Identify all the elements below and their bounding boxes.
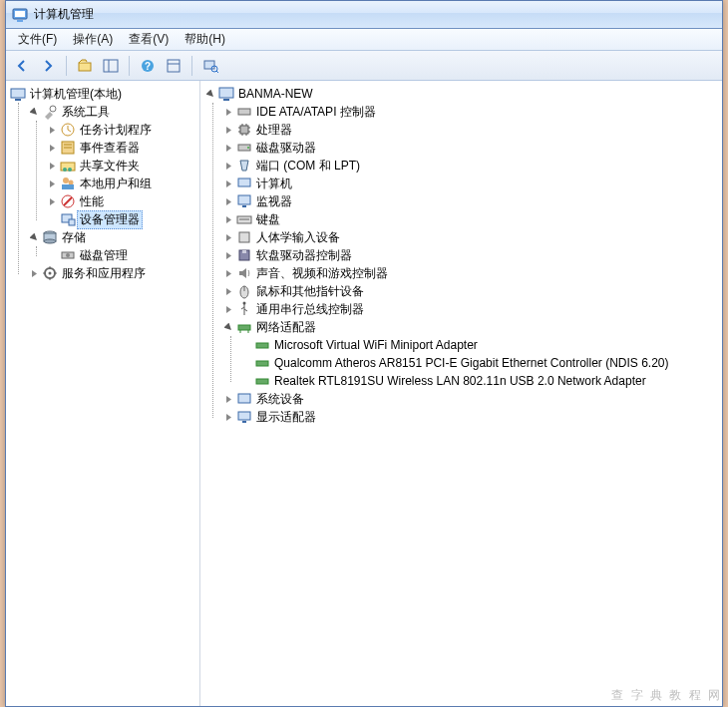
adapter-item[interactable]: Qualcomm Atheros AR8151 PCI-E Gigabit Et… xyxy=(240,354,722,372)
expand-icon[interactable] xyxy=(222,160,234,172)
device-manager-icon xyxy=(60,211,76,227)
svg-rect-2 xyxy=(17,20,23,22)
tree-device-manager[interactable]: 设备管理器 xyxy=(46,210,199,228)
expand-icon[interactable] xyxy=(46,142,58,154)
expand-icon[interactable] xyxy=(222,213,234,225)
tree-performance[interactable]: 性能 xyxy=(46,192,199,210)
tree-label: 端口 (COM 和 LPT) xyxy=(256,158,360,175)
expand-icon[interactable] xyxy=(46,160,58,172)
tree-storage[interactable]: 存储 xyxy=(28,228,199,246)
expand-icon[interactable] xyxy=(222,195,234,207)
svg-rect-62 xyxy=(242,421,246,423)
collapse-icon[interactable] xyxy=(28,106,40,118)
expand-icon[interactable] xyxy=(46,124,58,136)
nic-icon xyxy=(254,355,270,371)
cat-hid[interactable]: 人体学输入设备 xyxy=(222,228,722,246)
svg-point-21 xyxy=(63,168,67,172)
cat-ide[interactable]: IDE ATA/ATAPI 控制器 xyxy=(222,103,722,121)
clock-icon xyxy=(60,122,76,138)
cat-computer[interactable]: 计算机 xyxy=(222,175,722,192)
menu-view[interactable]: 查看(V) xyxy=(121,29,177,50)
svg-rect-38 xyxy=(223,99,229,101)
back-button[interactable] xyxy=(10,54,34,78)
svg-point-22 xyxy=(68,168,72,172)
collapse-icon[interactable] xyxy=(28,231,40,243)
collapse-icon[interactable] xyxy=(222,321,234,333)
device-root[interactable]: BANMA-NEW xyxy=(204,85,722,103)
menu-help[interactable]: 帮助(H) xyxy=(177,29,233,50)
expand-icon[interactable] xyxy=(222,249,234,261)
expand-icon[interactable] xyxy=(222,393,234,405)
expand-icon[interactable] xyxy=(46,177,58,189)
expand-icon[interactable] xyxy=(222,285,234,297)
expand-icon[interactable] xyxy=(222,267,234,279)
svg-rect-37 xyxy=(219,88,233,98)
cat-keyboard[interactable]: 键盘 xyxy=(222,210,722,228)
services-icon xyxy=(42,265,58,281)
nic-icon xyxy=(254,373,270,389)
cat-disk[interactable]: 磁盘驱动器 xyxy=(222,139,722,157)
titlebar[interactable]: 计算机管理 xyxy=(6,1,722,29)
expand-icon[interactable] xyxy=(222,231,234,243)
blank-twisty xyxy=(240,375,252,387)
tree-root-local[interactable]: 计算机管理(本地) xyxy=(10,85,199,103)
cat-ports[interactable]: 端口 (COM 和 LPT) xyxy=(222,157,722,175)
expand-icon[interactable] xyxy=(28,267,40,279)
svg-point-32 xyxy=(44,239,56,243)
cat-network[interactable]: 网络适配器 xyxy=(222,318,722,336)
collapse-icon[interactable] xyxy=(204,88,216,100)
tree-disk-mgmt[interactable]: 磁盘管理 xyxy=(46,246,199,264)
tree-label: IDE ATA/ATAPI 控制器 xyxy=(256,104,376,121)
svg-rect-13 xyxy=(11,89,25,98)
cat-usb[interactable]: 通用串行总线控制器 xyxy=(222,300,722,318)
cat-sound[interactable]: 声音、视频和游戏控制器 xyxy=(222,264,722,282)
left-pane[interactable]: 计算机管理(本地) 系统工具 任务计划程序 事件查看器 xyxy=(6,81,200,706)
tree-shared-folders[interactable]: 共享文件夹 xyxy=(46,157,199,175)
expand-icon[interactable] xyxy=(222,177,234,189)
floppy-icon xyxy=(236,247,252,263)
expand-icon[interactable] xyxy=(46,195,58,207)
forward-button[interactable] xyxy=(36,54,60,78)
cat-mouse[interactable]: 鼠标和其他指针设备 xyxy=(222,282,722,300)
adapter-item[interactable]: Microsoft Virtual WiFi Miniport Adapter xyxy=(240,336,722,354)
show-pane-button[interactable] xyxy=(99,54,123,78)
tree-task-scheduler[interactable]: 任务计划程序 xyxy=(46,121,199,139)
cat-system-devices[interactable]: 系统设备 xyxy=(222,390,722,408)
cat-display[interactable]: 显示适配器 xyxy=(222,408,722,426)
tree-label: 键盘 xyxy=(256,211,280,228)
tree-local-users[interactable]: 本地用户和组 xyxy=(46,175,199,192)
svg-rect-40 xyxy=(240,126,248,134)
scan-button[interactable] xyxy=(198,54,222,78)
network-icon xyxy=(236,319,252,335)
menu-file[interactable]: 文件(F) xyxy=(10,29,65,50)
expand-icon[interactable] xyxy=(222,303,234,315)
cat-floppy[interactable]: 软盘驱动器控制器 xyxy=(222,246,722,264)
expand-icon[interactable] xyxy=(222,124,234,136)
tree-label: Qualcomm Atheros AR8151 PCI-E Gigabit Et… xyxy=(274,356,669,370)
cat-cpu[interactable]: 处理器 xyxy=(222,121,722,139)
properties-button[interactable] xyxy=(162,54,185,78)
tree-label: 计算机管理(本地) xyxy=(30,86,122,103)
disk-icon xyxy=(236,140,252,156)
computer-icon xyxy=(218,86,234,102)
expand-icon[interactable] xyxy=(222,142,234,154)
tree-services-apps[interactable]: 服务和应用程序 xyxy=(28,264,199,282)
help-button[interactable]: ? xyxy=(136,54,160,78)
expand-icon[interactable] xyxy=(222,411,234,423)
tree-label: 服务和应用程序 xyxy=(62,265,146,282)
menu-action[interactable]: 操作(A) xyxy=(65,29,121,50)
tree-label: 事件查看器 xyxy=(80,140,140,157)
cat-monitor[interactable]: 监视器 xyxy=(222,192,722,210)
svg-point-36 xyxy=(49,272,52,275)
tree-event-viewer[interactable]: 事件查看器 xyxy=(46,139,199,157)
right-pane[interactable]: BANMA-NEW IDE ATA/ATAPI 控制器 处理器 磁盘驱动器 端口… xyxy=(200,81,722,706)
svg-rect-43 xyxy=(238,178,250,186)
up-button[interactable] xyxy=(73,54,97,78)
tree-label: 人体学输入设备 xyxy=(256,229,340,246)
tree-label: 设备管理器 xyxy=(77,210,143,229)
adapter-item[interactable]: Realtek RTL8191SU Wireless LAN 802.11n U… xyxy=(240,372,722,390)
expand-icon[interactable] xyxy=(222,106,234,118)
tree-system-tools[interactable]: 系统工具 xyxy=(28,103,199,121)
storage-icon xyxy=(42,229,58,245)
tree-label: 磁盘管理 xyxy=(80,247,128,264)
